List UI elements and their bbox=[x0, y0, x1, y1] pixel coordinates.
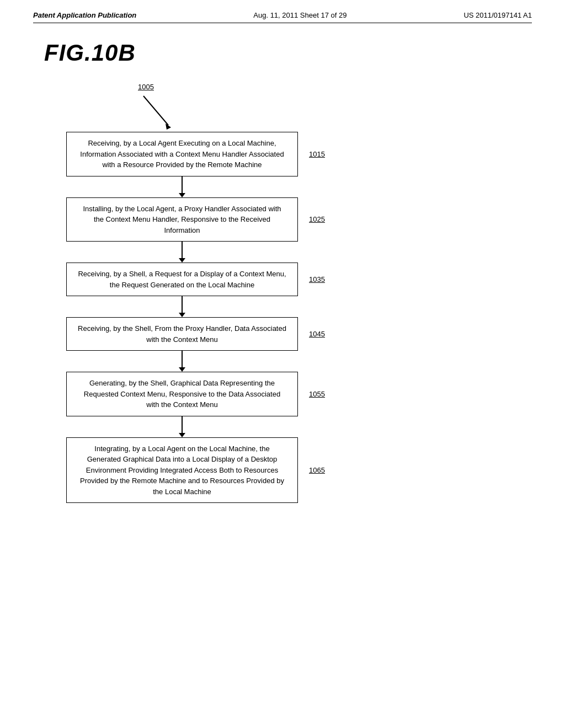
flow-row-1045: Receiving, by the Shell, From the Proxy … bbox=[66, 317, 510, 351]
flow-ref-1055: 1055 bbox=[309, 390, 325, 398]
connector-col-1055: Generating, by the Shell, Graphical Data… bbox=[66, 372, 298, 416]
flow-row-1035: Receiving, by a Shell, a Request for a D… bbox=[66, 263, 510, 296]
connector-col-1065: Integrating, by a Local Agent on the Loc… bbox=[66, 437, 298, 504]
flow-ref-1015: 1015 bbox=[309, 150, 325, 158]
flow-box-1045: Receiving, by the Shell, From the Proxy … bbox=[66, 317, 298, 351]
connector-col-1025: Installing, by the Local Agent, a Proxy … bbox=[66, 197, 298, 242]
flow-box-1015: Receiving, by a Local Agent Executing on… bbox=[66, 132, 298, 176]
flowchart-diagram: 1005 Receiving, by a Local Agent Executi… bbox=[33, 83, 532, 503]
flow-box-1035: Receiving, by a Shell, a Request for a D… bbox=[66, 263, 298, 296]
start-node-container: 1005 bbox=[138, 83, 182, 132]
flow-row-1015: Receiving, by a Local Agent Executing on… bbox=[66, 132, 510, 176]
start-diagonal-arrow bbox=[138, 93, 182, 132]
flow-ref-1045: 1045 bbox=[309, 330, 325, 338]
header-publication-label: Patent Application Publication bbox=[33, 11, 136, 19]
page: Patent Application Publication Aug. 11, … bbox=[0, 0, 565, 728]
flow-ref-1065: 1065 bbox=[309, 466, 325, 474]
flow-ref-1035: 1035 bbox=[309, 275, 325, 283]
flow-box-1055: Generating, by the Shell, Graphical Data… bbox=[66, 372, 298, 416]
header-patent-number: US 2011/0197141 A1 bbox=[463, 11, 532, 19]
start-node-label: 1005 bbox=[138, 83, 154, 91]
flow-row-1055: Generating, by the Shell, Graphical Data… bbox=[66, 372, 510, 416]
flow-row-1025: Installing, by the Local Agent, a Proxy … bbox=[66, 197, 510, 242]
svg-line-0 bbox=[143, 96, 168, 125]
connector-col-1035: Receiving, by a Shell, a Request for a D… bbox=[66, 263, 298, 296]
header-sheet-info: Aug. 11, 2011 Sheet 17 of 29 bbox=[253, 11, 347, 19]
connector-col-1015: Receiving, by a Local Agent Executing on… bbox=[66, 132, 298, 176]
flow-ref-1025: 1025 bbox=[309, 215, 325, 223]
connector-col-1045: Receiving, by the Shell, From the Proxy … bbox=[66, 317, 298, 351]
page-header: Patent Application Publication Aug. 11, … bbox=[33, 11, 532, 23]
flow-row-1065: Integrating, by a Local Agent on the Loc… bbox=[66, 437, 510, 504]
figure-title: FIG.10B bbox=[44, 40, 532, 66]
flow-box-1065: Integrating, by a Local Agent on the Loc… bbox=[66, 437, 298, 504]
flow-box-1025: Installing, by the Local Agent, a Proxy … bbox=[66, 197, 298, 242]
